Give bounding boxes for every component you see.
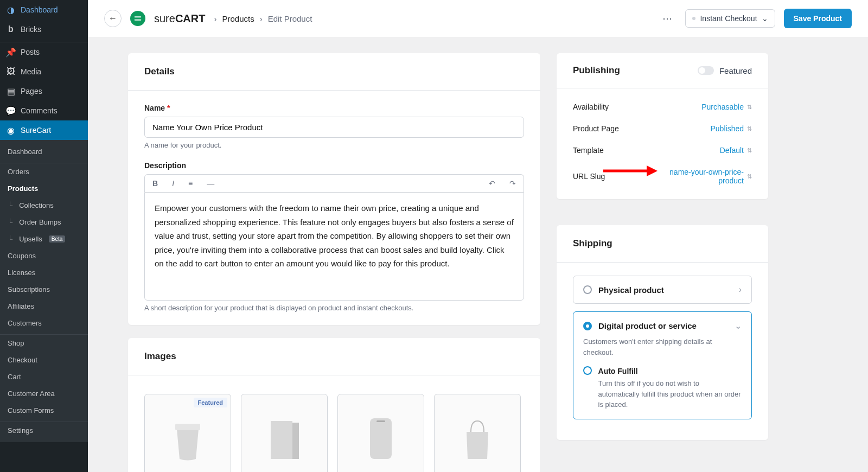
- auto-fulfill-toggle[interactable]: [583, 366, 592, 375]
- radio-off-icon: [583, 285, 592, 294]
- sidebar-item-media[interactable]: 🖼 Media: [0, 62, 88, 81]
- sidebar-sub-settings[interactable]: Settings: [0, 422, 88, 439]
- pin-icon: 📌: [5, 47, 16, 58]
- sidebar-item-dashboard-top[interactable]: ◑ Dashboard: [0, 0, 88, 20]
- required-marker: *: [167, 104, 170, 112]
- hr-button[interactable]: —: [205, 178, 216, 189]
- brand-name: sureCART: [154, 12, 205, 25]
- sidebar-label: Dashboard: [21, 5, 58, 14]
- save-product-button[interactable]: Save Product: [784, 9, 852, 28]
- undo-button[interactable]: ↶: [487, 178, 497, 189]
- breadcrumb-products[interactable]: Products: [222, 14, 254, 23]
- image-tile[interactable]: [434, 394, 521, 472]
- breadcrumb: › Products › Edit Product: [214, 14, 312, 23]
- page-header: ← sureCART › Products › Edit Product ⋯ I…: [88, 0, 868, 37]
- instant-checkout-dropdown[interactable]: Instant Checkout ⌄: [685, 9, 775, 28]
- sidebar-label: Bricks: [21, 25, 41, 34]
- image-tile[interactable]: Featured: [144, 394, 231, 472]
- arrow-left-icon: ←: [108, 14, 117, 23]
- availability-row[interactable]: Availability Purchasable⇅: [557, 96, 768, 118]
- publishing-card: Publishing Featured Availability Purchas…: [557, 53, 768, 199]
- description-help: A short description for your product tha…: [144, 304, 524, 312]
- sidebar-sub-products[interactable]: Products: [0, 180, 88, 197]
- sidebar-sub-subscriptions[interactable]: Subscriptions: [0, 281, 88, 298]
- pages-icon: ▤: [5, 86, 16, 97]
- svg-rect-4: [376, 420, 385, 422]
- sidebar-sub-orders[interactable]: Orders: [0, 163, 88, 180]
- sidebar-sub-upsells[interactable]: UpsellsBeta: [0, 231, 88, 247]
- side-column: Publishing Featured Availability Purchas…: [557, 53, 768, 472]
- sidebar-sub-shop[interactable]: Shop: [0, 335, 88, 352]
- sidebar-sub-cart[interactable]: Cart: [0, 368, 88, 385]
- bold-button[interactable]: B: [150, 178, 160, 189]
- product-page-row[interactable]: Product Page Published⇅: [557, 118, 768, 139]
- shipping-heading: Shipping: [573, 238, 752, 249]
- back-button[interactable]: ←: [104, 10, 122, 27]
- chevron-right-icon: ›: [260, 14, 263, 23]
- publishing-header: Publishing Featured: [557, 53, 768, 88]
- digital-description: Customers won't enter shipping details a…: [583, 336, 742, 358]
- media-icon: 🖼: [5, 66, 16, 77]
- content-columns: Details Name * A name for your product. …: [88, 37, 868, 472]
- status-dot: [692, 17, 695, 20]
- sidebar-sub-collections[interactable]: Collections: [0, 197, 88, 214]
- more-horizontal-icon: ⋯: [662, 13, 672, 24]
- list-button[interactable]: ≡: [186, 178, 195, 189]
- description-editor[interactable]: Empower your customers with the freedom …: [144, 192, 524, 301]
- svg-rect-1: [271, 421, 292, 459]
- sidebar-item-pages[interactable]: ▤ Pages: [0, 81, 88, 101]
- featured-toggle-wrap: Featured: [698, 66, 752, 75]
- url-slug-row[interactable]: URL Slug name-your-own-price-product⇅: [557, 161, 768, 192]
- image-tile[interactable]: [337, 394, 424, 472]
- surecart-icon: ◉: [5, 125, 16, 136]
- details-body: Name * A name for your product. Descript…: [128, 91, 540, 325]
- sidebar-sub-dashboard[interactable]: Dashboard: [0, 143, 88, 160]
- sidebar-item-comments[interactable]: 💬 Comments: [0, 101, 88, 120]
- sidebar-sub-custom-forms[interactable]: Custom Forms: [0, 402, 88, 419]
- image-tile[interactable]: [241, 394, 328, 472]
- sidebar-item-bricks[interactable]: b Bricks: [0, 20, 88, 39]
- admin-sidebar: ◑ Dashboard b Bricks 📌 Posts 🖼 Media ▤ P…: [0, 0, 88, 472]
- more-button[interactable]: ⋯: [658, 10, 676, 27]
- sidebar-item-posts[interactable]: 📌 Posts: [0, 42, 88, 62]
- images-header: Images: [128, 338, 540, 375]
- featured-toggle[interactable]: [698, 66, 714, 75]
- sidebar-sub-customer-area[interactable]: Customer Area: [0, 385, 88, 402]
- sidebar-sub-coupons[interactable]: Coupons: [0, 247, 88, 264]
- italic-button[interactable]: I: [170, 178, 176, 189]
- digital-product-option[interactable]: Digital product or service ⌄ Customers w…: [573, 311, 752, 419]
- redo-button[interactable]: ↷: [507, 178, 518, 189]
- sidebar-submenu: Dashboard Orders Products Collections Or…: [0, 140, 88, 442]
- shipping-card: Shipping Physical product ›: [557, 225, 768, 440]
- name-help: A name for your product.: [144, 141, 524, 149]
- beta-badge: Beta: [49, 235, 66, 243]
- featured-badge: Featured: [194, 398, 227, 407]
- images-heading: Images: [144, 351, 524, 362]
- sidebar-label: Media: [21, 67, 41, 76]
- main-column: Details Name * A name for your product. …: [128, 53, 540, 472]
- sidebar-sub-order-bumps[interactable]: Order Bumps: [0, 214, 88, 231]
- auto-fulfill-row: Auto Fulfill Turn this off if you do not…: [583, 366, 742, 410]
- shipping-body: Physical product › Digital product or se…: [557, 263, 768, 440]
- chevron-updown-icon: ⇅: [747, 173, 752, 180]
- svg-rect-2: [292, 423, 299, 459]
- physical-product-option[interactable]: Physical product ›: [573, 276, 752, 304]
- sidebar-label: Pages: [21, 87, 42, 95]
- template-row[interactable]: Template Default⇅: [557, 139, 768, 161]
- product-name-input[interactable]: [144, 117, 524, 138]
- images-row: Featured: [144, 388, 524, 472]
- chevron-right-icon: ›: [739, 285, 742, 295]
- publishing-heading: Publishing: [573, 65, 620, 76]
- gauge-icon: ◑: [5, 4, 16, 15]
- sidebar-sub-licenses[interactable]: Licenses: [0, 264, 88, 281]
- sidebar-sub-checkout[interactable]: Checkout: [0, 352, 88, 368]
- product-image-bag: [456, 413, 499, 462]
- name-label: Name *: [144, 104, 524, 112]
- sidebar-sub-customers[interactable]: Customers: [0, 315, 88, 331]
- main-area: ← sureCART › Products › Edit Product ⋯ I…: [88, 0, 868, 472]
- sidebar-item-surecart[interactable]: ◉ SureCart: [0, 120, 88, 140]
- sidebar-sub-affiliates[interactable]: Affiliates: [0, 298, 88, 315]
- chevron-down-icon: ⌄: [762, 14, 768, 23]
- images-card: Images Featured: [128, 338, 540, 472]
- publishing-body: Availability Purchasable⇅ Product Page P…: [557, 88, 768, 199]
